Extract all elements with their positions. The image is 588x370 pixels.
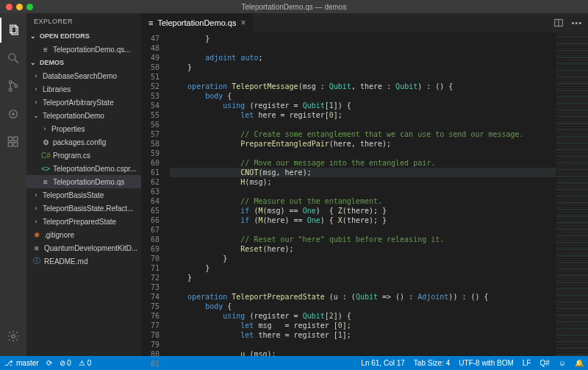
close-icon[interactable]: × (240, 18, 245, 28)
file-item[interactable]: ⓘREADME.md (26, 255, 141, 268)
file-icon: ≡ (32, 244, 41, 252)
tab-size[interactable]: Tab Size: 4 (414, 359, 450, 367)
file-item[interactable]: ✱.gitignore (26, 228, 141, 241)
folder-item[interactable]: ›TeleportArbitraryState (26, 96, 141, 109)
open-editors-label: OPEN EDITORS (40, 32, 90, 40)
chevron-right-icon: › (32, 204, 40, 212)
sync-button[interactable]: ⟳ (46, 359, 52, 367)
open-editors-header[interactable]: ⌄ OPEN EDITORS (26, 29, 141, 43)
branch-name: master (16, 359, 39, 367)
folder-item[interactable]: ›TeleportBasisState (26, 188, 141, 202)
folder-item[interactable]: ⌄TeleportationDemo (26, 109, 141, 122)
list-item-label: TeleportationDemo.qs (53, 178, 124, 186)
list-item-label: TeleportationDemo.cspr... (53, 165, 136, 173)
list-item-label: Program.cs (53, 152, 90, 160)
chevron-right-icon: › (32, 99, 40, 106)
folder-item[interactable]: ›TeleportPreparedState (26, 215, 141, 228)
chevron-down-icon: ⌄ (29, 32, 37, 40)
warnings-indicator[interactable]: ⚠ 0 (79, 359, 91, 367)
svg-point-2 (9, 54, 15, 60)
chevron-right-icon: › (32, 72, 40, 79)
panel-title: EXPLORER (26, 13, 141, 29)
list-item-label: packages.config (53, 138, 106, 146)
svg-point-8 (12, 113, 14, 115)
svg-rect-11 (8, 143, 12, 146)
list-item-label: Properties (51, 125, 85, 133)
branch-icon: ⎇ (4, 359, 13, 367)
folder-item[interactable]: ›Properties (26, 122, 141, 135)
file-tree: ›DatabaseSearchDemo›Libraries›TeleportAr… (26, 69, 141, 268)
open-editor-item[interactable]: ≡TeleportationDemo.qs... (26, 43, 141, 56)
file-item[interactable]: ≡QuantumDevelopmentKitD... (26, 241, 141, 255)
split-editor-icon[interactable] (553, 18, 564, 28)
errors-indicator[interactable]: ⊘ 0 (60, 359, 71, 367)
settings-icon[interactable] (0, 324, 26, 349)
list-item-label: QuantumDevelopmentKitD... (44, 244, 137, 252)
chevron-right-icon: › (32, 218, 40, 225)
tab-label: TeleportationDemo.qs (157, 18, 236, 27)
folder-item[interactable]: ›DatabaseSearchDemo (26, 69, 141, 82)
minimap[interactable] (556, 32, 588, 356)
feedback-icon[interactable]: ☺ (559, 359, 566, 367)
eol[interactable]: LF (523, 359, 531, 367)
debug-icon[interactable] (0, 102, 26, 127)
folder-item[interactable]: ›TeleportBasisState.Refact... (26, 202, 141, 215)
notifications-icon[interactable]: 🔔 (575, 359, 584, 367)
file-item[interactable]: ⚙packages.config (26, 135, 141, 149)
file-icon: ✱ (32, 231, 41, 239)
list-item-label: README.md (44, 257, 87, 266)
svg-rect-10 (14, 137, 18, 140)
search-icon[interactable] (0, 46, 26, 71)
svg-rect-1 (12, 27, 18, 35)
file-icon: ≡ (41, 46, 50, 54)
window-title: TeleportationDemo.qs — demos (0, 3, 588, 11)
open-editors-list: ≡TeleportationDemo.qs... (26, 43, 141, 56)
svg-point-5 (9, 88, 12, 91)
list-item-label: TeleportPreparedState (43, 218, 116, 226)
list-item-label: .gitignore (44, 231, 74, 239)
chevron-down-icon: ⌄ (29, 59, 37, 66)
branch-indicator[interactable]: ⎇ master (4, 359, 39, 367)
list-item-label: DatabaseSearchDemo (43, 72, 117, 80)
titlebar: TeleportationDemo.qs — demos (0, 0, 588, 13)
svg-rect-9 (8, 137, 12, 140)
extensions-icon[interactable] (0, 129, 26, 154)
file-item[interactable]: ≡TeleportationDemo.qs (26, 175, 141, 188)
file-icon: ⚙ (41, 138, 50, 146)
svg-line-3 (15, 60, 18, 63)
cursor-position[interactable]: Ln 61, Col 17 (361, 359, 405, 367)
svg-point-13 (12, 335, 15, 338)
chevron-right-icon: › (41, 125, 49, 132)
minimize-window-icon[interactable] (16, 4, 23, 10)
project-header[interactable]: ⌄ DEMOS (26, 56, 141, 69)
status-bar: ⎇ master ⟳ ⊘ 0 ⚠ 0 Ln 61, Col 17 Tab Siz… (0, 356, 588, 370)
activity-bar (0, 13, 26, 356)
list-item-label: TeleportationDemo.qs... (53, 46, 131, 54)
editor-area: ≡ TeleportationDemo.qs × ••• 47484950515… (141, 13, 588, 356)
encoding[interactable]: UTF-8 with BOM (459, 359, 513, 367)
svg-rect-12 (14, 143, 18, 146)
file-item[interactable]: <>TeleportationDemo.cspr... (26, 162, 141, 175)
explorer-icon[interactable] (0, 18, 26, 43)
svg-rect-0 (10, 25, 16, 33)
list-item-label: TeleportBasisState.Refact... (43, 204, 133, 213)
file-icon: <> (41, 165, 50, 173)
tab-teleportationdemo[interactable]: ≡ TeleportationDemo.qs × (141, 13, 254, 32)
chevron-right-icon: › (32, 191, 40, 199)
file-icon: ≡ (148, 18, 153, 27)
line-gutter: 4748495051525354555657585960616263646566… (141, 32, 165, 356)
file-item[interactable]: C#Program.cs (26, 149, 141, 162)
zoom-window-icon[interactable] (26, 4, 33, 10)
more-icon[interactable]: ••• (571, 18, 582, 27)
language-mode[interactable]: Q# (539, 359, 549, 367)
list-item-label: TeleportBasisState (43, 191, 104, 199)
chevron-right-icon: › (32, 85, 40, 93)
svg-point-4 (9, 81, 12, 84)
folder-item[interactable]: ›Libraries (26, 82, 141, 96)
file-icon: ≡ (41, 178, 50, 186)
source-control-icon[interactable] (0, 74, 26, 99)
close-window-icon[interactable] (6, 4, 12, 10)
chevron-down-icon: ⌄ (32, 112, 40, 119)
tab-bar: ≡ TeleportationDemo.qs × ••• (141, 13, 588, 32)
code-editor[interactable]: } adjoint auto; } operation TeleportMess… (165, 32, 556, 356)
